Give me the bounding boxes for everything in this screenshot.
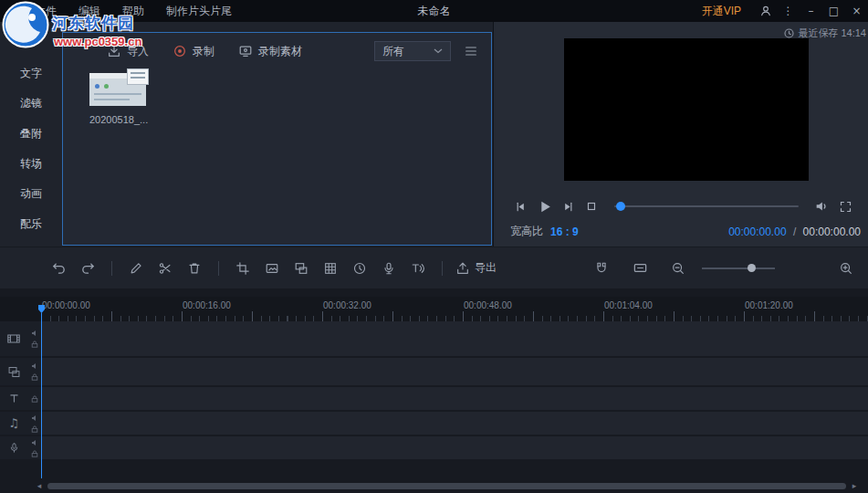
- scroll-right-button[interactable]: ▸: [850, 481, 859, 491]
- total-time: 00:00:00.00: [803, 226, 861, 238]
- music-track-lane[interactable]: [41, 412, 868, 435]
- scroll-left-button[interactable]: ◂: [35, 481, 44, 491]
- chevron-down-icon: [434, 48, 443, 54]
- music-track-header[interactable]: ♫: [0, 412, 27, 435]
- ruler-label: 00:01:04.00: [604, 300, 653, 310]
- sidebar-tab-overlay[interactable]: 叠附: [0, 119, 62, 149]
- mosaic-icon: [323, 261, 338, 276]
- timeline-zoom-slider[interactable]: [702, 267, 775, 269]
- list-view-icon: [464, 44, 478, 58]
- timeline-ruler[interactable]: 00:00:00.00 00:00:16.00 00:00:32.00 00:0…: [0, 297, 868, 321]
- text-to-speech-button[interactable]: [403, 256, 433, 281]
- record-material-button[interactable]: 录制素材: [238, 44, 302, 59]
- pip-track: [0, 358, 868, 385]
- media-item[interactable]: 20200518_...: [89, 73, 153, 125]
- current-time: 00:00:00.00: [728, 226, 786, 238]
- media-filter-dropdown[interactable]: 所有: [374, 41, 451, 61]
- pip-track-lane[interactable]: [41, 358, 868, 385]
- import-button[interactable]: 导入: [107, 44, 149, 59]
- lock-icon[interactable]: [31, 425, 38, 433]
- account-icon[interactable]: [754, 0, 777, 22]
- history-clock-icon: [784, 28, 794, 38]
- lock-icon[interactable]: [31, 450, 38, 457]
- voiceover-button[interactable]: [374, 256, 403, 281]
- voiceover-track-lane[interactable]: [41, 436, 868, 459]
- pip-track-header[interactable]: [0, 358, 27, 385]
- timeline-zoom-handle[interactable]: [748, 264, 756, 272]
- voiceover-track: [0, 436, 868, 459]
- fit-timeline-button[interactable]: [625, 256, 654, 281]
- picture-in-picture-icon: [294, 261, 309, 276]
- split-button[interactable]: [151, 256, 180, 281]
- previous-frame-button[interactable]: [508, 194, 532, 218]
- record-button[interactable]: 录制: [173, 44, 214, 59]
- video-preview-canvas[interactable]: [564, 38, 809, 181]
- mosaic-button[interactable]: [316, 256, 345, 281]
- delete-button[interactable]: [180, 256, 209, 281]
- record-label: 录制: [193, 44, 214, 59]
- text-track-lane[interactable]: [41, 387, 868, 410]
- more-menu-icon[interactable]: ⋮: [777, 0, 800, 22]
- playback-controls: [508, 194, 857, 218]
- video-track-lane[interactable]: [41, 321, 868, 356]
- timeline-zoom-in-button[interactable]: [831, 256, 861, 281]
- seek-slider[interactable]: [614, 205, 799, 207]
- minimize-button[interactable]: –: [800, 0, 822, 22]
- mute-icon[interactable]: [31, 362, 38, 370]
- next-frame-button[interactable]: [556, 194, 580, 218]
- crop-button[interactable]: [228, 256, 257, 281]
- import-icon: [107, 44, 121, 58]
- sidebar-tab-filter[interactable]: 滤镜: [0, 89, 62, 119]
- timeline-zoom-out-button[interactable]: [664, 256, 693, 281]
- playhead[interactable]: [41, 313, 42, 478]
- mute-icon[interactable]: [31, 439, 38, 446]
- lock-icon[interactable]: [31, 341, 38, 348]
- menu-intro-outro[interactable]: 制作片头片尾: [166, 4, 232, 19]
- close-button[interactable]: ×: [845, 0, 868, 22]
- sidebar-tab-transition[interactable]: 转场: [0, 149, 62, 179]
- pip-track-toggles: [27, 358, 41, 385]
- media-thumbnail[interactable]: [89, 73, 146, 106]
- video-track-header[interactable]: [0, 321, 27, 356]
- volume-button[interactable]: [810, 194, 833, 218]
- mute-icon[interactable]: [31, 414, 38, 422]
- edit-clip-button[interactable]: [121, 256, 151, 281]
- snap-toggle-button[interactable]: [587, 256, 616, 281]
- seek-handle[interactable]: [616, 202, 625, 211]
- zoom-in-icon: [839, 261, 853, 276]
- duration-button[interactable]: [345, 256, 374, 281]
- toolbar-divider: [111, 261, 112, 276]
- aspect-ratio-value[interactable]: 16 : 9: [550, 226, 579, 238]
- list-view-toggle[interactable]: [464, 44, 478, 58]
- lock-icon[interactable]: [31, 373, 38, 381]
- maximize-button[interactable]: □: [822, 0, 845, 22]
- zoom-out-icon: [671, 261, 685, 276]
- sidebar-tab-text[interactable]: 文字: [0, 58, 62, 89]
- menu-file[interactable]: 文件: [35, 4, 57, 19]
- redo-button[interactable]: [73, 256, 102, 281]
- record-material-label: 录制素材: [258, 44, 302, 59]
- menu-edit[interactable]: 编辑: [78, 4, 100, 19]
- undo-button[interactable]: [44, 256, 73, 281]
- freeze-frame-button[interactable]: [257, 256, 287, 281]
- vip-upgrade-button[interactable]: 开通VIP: [702, 4, 741, 19]
- voiceover-track-header[interactable]: [0, 436, 27, 459]
- export-button[interactable]: 导出: [455, 260, 497, 276]
- video-track-icon: [6, 331, 21, 346]
- time-display: 00:00:00.00 / 00:00:00.00: [728, 226, 861, 238]
- lock-icon[interactable]: [31, 395, 38, 403]
- sidebar-tab-animation[interactable]: 动画: [0, 179, 62, 209]
- pip-button[interactable]: [287, 256, 316, 281]
- scrollbar-thumb[interactable]: [47, 483, 846, 489]
- play-button[interactable]: [532, 194, 556, 218]
- ruler-major-ticks: [41, 311, 868, 321]
- mute-icon[interactable]: [31, 330, 38, 337]
- fullscreen-button[interactable]: [833, 194, 857, 218]
- stop-button[interactable]: [580, 194, 603, 218]
- text-track-header[interactable]: [0, 387, 27, 410]
- sidebar-tab-music[interactable]: 配乐: [0, 209, 62, 239]
- record-icon: [173, 44, 187, 58]
- menu-help[interactable]: 帮助: [122, 4, 144, 19]
- ruler-label: 00:00:48.00: [464, 300, 512, 310]
- titlebar: 文件 编辑 帮助 制作片头片尾 未命名 开通VIP ⋮ – □ ×: [0, 0, 868, 22]
